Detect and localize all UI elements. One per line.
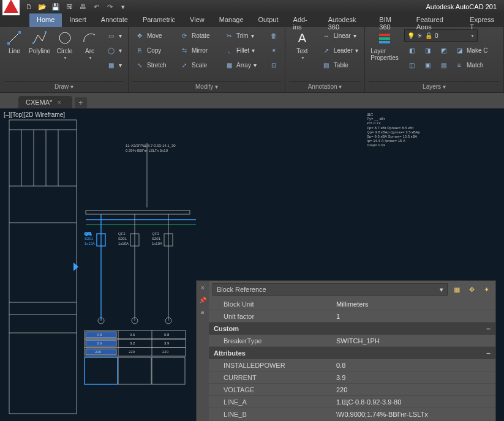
panel-layers-title[interactable]: Layers ▾	[369, 81, 500, 92]
section-attributes[interactable]: Attributes–	[209, 347, 495, 359]
svg-marker-64	[73, 263, 78, 271]
stretch-button[interactable]: ⤡Stretch	[132, 59, 173, 71]
line-icon	[6, 29, 23, 47]
undo-icon[interactable]: ↶	[91, 1, 102, 12]
tab-home[interactable]: Home	[29, 13, 62, 27]
close-icon[interactable]: ×	[198, 283, 207, 292]
move-button[interactable]: ✥Move	[132, 29, 173, 42]
tab-parametric[interactable]: Parametric	[135, 13, 182, 27]
lightbulb-icon: 💡	[407, 32, 415, 39]
tab-manage[interactable]: Manage	[212, 13, 251, 27]
hatch-button[interactable]: ▦▾	[104, 59, 124, 71]
circle-button[interactable]: Circle▼	[54, 29, 75, 60]
prop-row[interactable]: INSTALLEDPOWER0.8	[209, 359, 495, 371]
tab-express[interactable]: Express T	[462, 13, 504, 27]
section-custom[interactable]: Custom–	[209, 322, 495, 335]
prop-row[interactable]: Block UnitMillimeters	[209, 298, 495, 310]
tab-output[interactable]: Output	[251, 13, 286, 27]
chevron-down-icon: ▼	[63, 56, 67, 60]
array-button[interactable]: ▦Array ▾	[222, 59, 263, 71]
qat-dropdown-icon[interactable]: ▾	[118, 1, 129, 12]
layer-tool-2[interactable]: ◨	[420, 44, 435, 56]
saveas-icon[interactable]: 🖫	[64, 1, 75, 12]
layer-tool-3[interactable]: ◩	[436, 44, 451, 56]
object-type-combo[interactable]: Block Reference ▾	[213, 283, 448, 296]
prop-row[interactable]: VOLTAGE220	[209, 384, 495, 396]
polyline-button[interactable]: Polyline	[29, 29, 50, 54]
prop-row[interactable]: Unit factor1	[209, 310, 495, 322]
svg-text:0.8: 0.8	[164, 333, 170, 337]
mirror-button[interactable]: ⇋Mirror	[177, 44, 218, 56]
tab-view[interactable]: View	[182, 13, 212, 27]
panel-annotation: A Text▼ ↔Linear ▾ ↗Leader ▾ ▤Table Annot…	[285, 27, 365, 92]
layer-combo[interactable]: 💡☀🔓 0 ▼	[404, 29, 478, 42]
offset-button[interactable]: ⊡	[266, 59, 281, 71]
svg-text:QF1: QF1	[85, 232, 92, 236]
layer-tool-4[interactable]: ◫	[404, 59, 419, 71]
quick-access-toolbar: 🗋 📂 💾 🖫 🖶 ↶ ↷ ▾	[23, 1, 129, 12]
tab-bim360[interactable]: BIM 360	[372, 13, 408, 27]
svg-text:1x10A: 1x10A	[118, 242, 129, 245]
scale-button[interactable]: ⤢Scale	[177, 59, 218, 71]
copy-button[interactable]: ⎘Copy	[132, 44, 173, 56]
text-button[interactable]: A Text▼	[289, 29, 315, 60]
chevron-down-icon: ▼	[470, 34, 475, 38]
prop-row[interactable]: CURRENT3.9	[209, 371, 495, 384]
tab-a360[interactable]: Autodesk 360	[321, 13, 372, 27]
erase-button[interactable]: 🗑	[266, 29, 281, 42]
pin-icon[interactable]: 📌	[198, 296, 207, 304]
linear-button[interactable]: ↔Linear ▾	[319, 29, 361, 42]
svg-text:QF3: QF3	[152, 232, 159, 236]
layer-properties-button[interactable]: Layer Properties	[369, 29, 401, 61]
drawing-canvas[interactable]: [–][Top][2D Wireframe] ЩС Ру= __ кВт кс=…	[0, 109, 504, 421]
new-icon[interactable]: 🗋	[23, 1, 34, 12]
panel-draw-title[interactable]: Draw ▾	[4, 81, 124, 92]
layer-tool-6[interactable]: ▤	[436, 59, 451, 71]
trim-button[interactable]: ✂Trim ▾	[222, 29, 263, 42]
save-icon[interactable]: 💾	[50, 1, 61, 12]
tab-insert[interactable]: Insert	[62, 13, 94, 27]
tab-addins[interactable]: Add-ins	[286, 13, 321, 27]
toggle-pickadd-icon[interactable]: ✦	[481, 284, 492, 295]
svg-rect-3	[32, 42, 34, 44]
arc-button[interactable]: Arc▼	[79, 29, 100, 60]
tab-annotate[interactable]: Annotate	[94, 13, 135, 27]
tab-featured[interactable]: Featured Apps	[409, 13, 463, 27]
make-current-button[interactable]: ◪Make C	[452, 44, 490, 56]
file-tab[interactable]: CXEMA* ×	[18, 96, 72, 108]
collapse-icon[interactable]: –	[486, 349, 491, 357]
panel-modify-title[interactable]: Modify ▾	[132, 81, 281, 92]
add-tab-button[interactable]: +	[75, 97, 87, 108]
redo-icon[interactable]: ↷	[104, 1, 115, 12]
explode-button[interactable]: ✶	[266, 44, 281, 56]
line-button[interactable]: Line	[4, 29, 25, 54]
palette-header: Block Reference ▾ ▦ ✥ ✦	[209, 281, 495, 298]
open-icon[interactable]: 📂	[37, 1, 48, 12]
ellipse-button[interactable]: ◯▾	[104, 44, 124, 56]
schematic-drawing[interactable]: 11-А3/2ГРЩ-8.7-0.93-14.1_30 0.39%-ВВГнг-…	[6, 113, 196, 419]
svg-text:0.6: 0.6	[130, 333, 135, 337]
rect-button[interactable]: ▭▾	[104, 29, 124, 42]
leader-icon: ↗	[322, 45, 331, 55]
leader-button[interactable]: ↗Leader ▾	[319, 44, 361, 56]
prop-row[interactable]: LINE_B\W0.9000;1.74%-ВВГнг-LSLTx	[209, 408, 495, 420]
match-button[interactable]: ≡Match	[452, 59, 486, 71]
prop-row[interactable]: BreakerTypeSWITCH_1PH	[209, 335, 495, 347]
svg-rect-6	[379, 34, 390, 36]
layer-tool-5[interactable]: ▣	[420, 59, 435, 71]
table-button[interactable]: ▤Table	[319, 59, 361, 71]
prop-row[interactable]: LINE_A 1.ЩС-0.8-0.92-3.9-80	[209, 396, 495, 408]
rotate-button[interactable]: ⟳Rotate	[177, 29, 218, 42]
app-logo[interactable]	[2, 0, 20, 15]
menu-icon[interactable]: ≡	[198, 308, 207, 316]
svg-rect-4	[45, 31, 47, 33]
quickselect-icon[interactable]: ▦	[451, 284, 462, 295]
select-objects-icon[interactable]: ✥	[466, 284, 477, 295]
fillet-button[interactable]: ◟Fillet ▾	[222, 44, 263, 56]
panel-annotation-title[interactable]: Annotation ▾	[289, 81, 361, 92]
plot-icon[interactable]: 🖶	[77, 1, 88, 12]
collapse-icon[interactable]: –	[486, 324, 491, 333]
layer-tool-1[interactable]: ◧	[404, 44, 419, 56]
close-icon[interactable]: ×	[57, 99, 61, 106]
offset-icon: ⊡	[269, 60, 279, 70]
